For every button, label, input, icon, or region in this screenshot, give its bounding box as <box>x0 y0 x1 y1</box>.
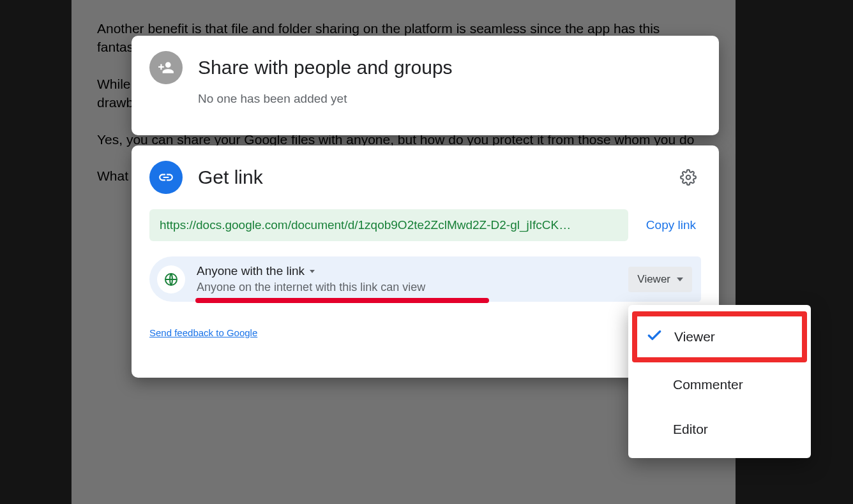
caret-down-icon <box>677 278 683 281</box>
role-option-viewer[interactable]: Viewer <box>632 311 807 362</box>
role-option-commenter[interactable]: Commenter <box>628 362 811 407</box>
role-dropdown-button[interactable]: Viewer <box>628 267 692 292</box>
link-settings-button[interactable] <box>676 165 701 190</box>
role-dropdown-menu: Viewer Commenter Editor <box>628 305 811 458</box>
check-icon <box>646 327 663 347</box>
gear-icon <box>680 169 697 186</box>
get-link-title: Get link <box>198 167 263 188</box>
share-people-dialog: Share with people and groups No one has … <box>132 36 719 135</box>
link-icon <box>149 161 183 194</box>
share-dialog-title: Share with people and groups <box>198 57 453 78</box>
role-selected-label: Viewer <box>637 273 670 286</box>
copy-link-button[interactable]: Copy link <box>641 212 701 239</box>
send-feedback-link[interactable]: Send feedback to Google <box>149 327 257 338</box>
share-dialog-subtitle: No one has been added yet <box>198 92 701 106</box>
role-option-editor[interactable]: Editor <box>628 407 811 452</box>
person-add-icon <box>149 51 183 84</box>
svg-point-0 <box>686 175 691 180</box>
access-description: Anyone on the internet with this link ca… <box>197 281 617 294</box>
share-url-field[interactable]: https://docs.google.com/document/d/1zqob… <box>149 209 628 241</box>
role-option-label: Editor <box>673 422 708 437</box>
globe-icon <box>157 265 185 293</box>
access-scope-label: Anyone with the link <box>197 264 305 278</box>
role-option-label: Viewer <box>674 329 715 345</box>
link-access-row: Anyone with the link Anyone on the inter… <box>149 256 701 302</box>
access-scope-dropdown[interactable]: Anyone with the link <box>197 264 617 278</box>
caret-down-icon <box>310 270 315 273</box>
role-option-label: Commenter <box>673 377 743 392</box>
annotation-underline <box>195 298 489 303</box>
